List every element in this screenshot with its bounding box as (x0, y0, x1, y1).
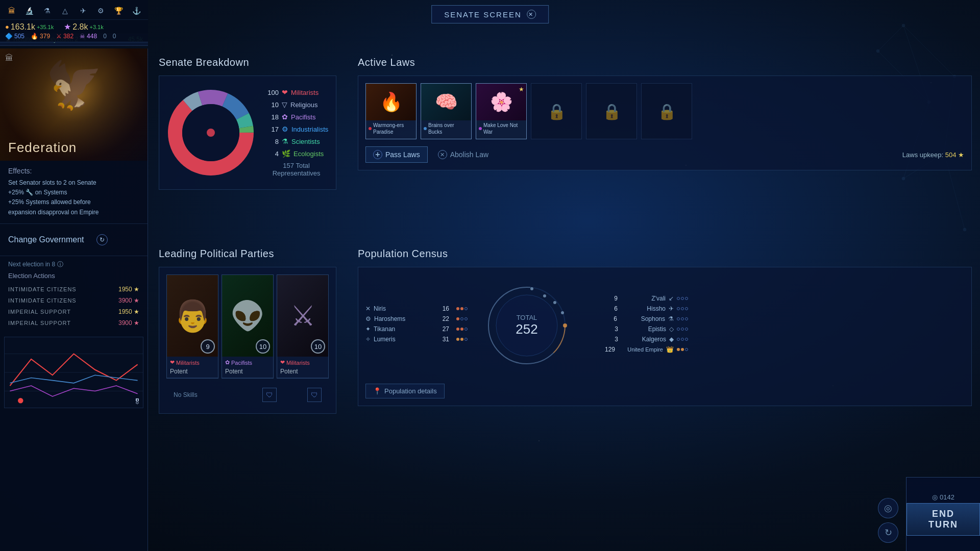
effect-systems1: +25% 🔧 on Systems (8, 188, 139, 197)
nav-icon-trophy[interactable]: 🏆 (112, 4, 125, 17)
census-left-species: ✕ Niris 16 ⚙ Haroshems 22 (365, 305, 468, 346)
census-content: ✕ Niris 16 ⚙ Haroshems 22 (365, 274, 964, 377)
leader-party-1: ❤ Militarists (167, 357, 218, 367)
leader-party-icon-1: ❤ (170, 359, 175, 366)
leader-portrait-3: ⚔ 10 (277, 275, 328, 357)
senate-breakdown-section: Senate Breakdown (151, 48, 345, 198)
party-industrialists: 17 ⚙ Industrialists (264, 125, 328, 133)
brains-icon: 🧠 (421, 84, 471, 120)
lock-icon-1: 🔒 (547, 103, 566, 120)
leading-parties-section: Leading Political Parties 👨 9 ❤ Militari… (151, 240, 345, 422)
credits-resource: ● 163.1k +35.1k (5, 22, 54, 32)
action-intimidate-2[interactable]: INTIMIDATE CITIZENS 3900 ★ (8, 295, 139, 306)
niris-dot-1 (456, 307, 459, 310)
ue-icon: 👑 (666, 346, 674, 353)
pass-laws-button[interactable]: + Pass Laws (365, 146, 428, 163)
law-locked-1: 🔒 (531, 83, 582, 139)
hissho-icon: ✈ (669, 305, 674, 312)
religious-label: Religious (290, 101, 317, 109)
party-religious: 10 ▽ Religious (264, 101, 328, 109)
compass-button-1[interactable]: ◎ (878, 498, 898, 518)
ue-name: United Empire (622, 346, 663, 353)
leader-party-icon-3: ❤ (280, 359, 285, 366)
sophons-dots (677, 317, 688, 320)
change-gov-refresh-icon: ↻ (96, 234, 108, 245)
tikanan-icon: ✦ (365, 325, 371, 333)
epistis-dot-1 (677, 328, 680, 331)
species-kalgeros: 3 Kalgeros ◆ (586, 336, 688, 343)
action-intimidate-1[interactable]: INTIMIDATE CITIZENS 1950 ★ (8, 284, 139, 295)
end-turn-button[interactable]: END TURN (906, 503, 980, 536)
nav-icon-research[interactable]: 🔬 (23, 4, 36, 17)
religious-icon: ▽ (282, 101, 287, 109)
ecologist-label: Ecologists (293, 150, 324, 158)
zvali-count: 9 (614, 295, 618, 302)
action-imperial-2[interactable]: IMPERIAL SUPPORT 3900 ★ (8, 317, 139, 329)
nav-icon-anchor[interactable]: ⚓ (130, 4, 143, 17)
sophons-icon: ⚗ (668, 315, 674, 322)
haroshems-dots (456, 317, 468, 320)
leading-parties-title: Leading Political Parties (159, 248, 336, 260)
lumeris-dots (456, 338, 468, 341)
leader-portrait-1: 👨 9 (167, 275, 218, 357)
laws-actions: + Pass Laws ✕ Abolish Law Laws upkeep: 5… (365, 146, 964, 163)
skill-icon-1[interactable]: 🛡 (262, 388, 277, 402)
close-button[interactable]: ✕ (527, 10, 536, 19)
law-card-makelove[interactable]: 🌸 ★ Make Love Not War (476, 83, 527, 139)
zvali-name: Z'vali (625, 295, 666, 302)
brains-name: Brains over Bucks (421, 120, 471, 137)
law-locked-2: 🔒 (586, 83, 637, 139)
hissho-name: Hissho (625, 305, 666, 312)
effects-label: Effects: (8, 167, 139, 175)
lumeris-count: 31 (443, 336, 449, 343)
parties-panel: 👨 9 ❤ Militarists Potent 👽 10 (159, 267, 336, 414)
svg-line-6 (878, 26, 903, 51)
lumeris-dot-1 (456, 338, 459, 341)
nav-icon-military[interactable]: △ (59, 4, 71, 17)
industrialist-label: Industrialists (291, 126, 328, 133)
compass-button-2[interactable]: ↻ (878, 522, 898, 543)
species-niris: ✕ Niris 16 (365, 305, 468, 312)
niris-icon: ✕ (365, 305, 371, 312)
election-chart: 🎖 (4, 337, 143, 408)
kalgeros-dot-2 (681, 338, 684, 341)
epistis-dots (677, 328, 688, 331)
stat-fire: 🔥379 (31, 33, 50, 40)
niris-name: Niris (374, 305, 414, 312)
nav-icon-industry[interactable]: ⚗ (41, 4, 54, 17)
leader-card-2[interactable]: 👽 10 ✿ Pacifists Potent (222, 274, 274, 379)
svg-point-27 (207, 129, 215, 137)
nav-icon-senate[interactable]: 🏛 (5, 4, 18, 17)
scientist-icon: ⚗ (282, 137, 288, 145)
militarist-label: Militarists (291, 89, 318, 96)
hissho-dot-1 (677, 307, 680, 310)
abolish-x-icon: ✕ (438, 150, 447, 159)
change-government-button[interactable]: Change Government ↻ (8, 229, 139, 251)
haroshems-name: Haroshems (374, 315, 415, 322)
niris-count: 16 (443, 305, 449, 312)
tikanan-name: Tikanan (374, 325, 414, 333)
species-haroshems: ⚙ Haroshems 22 (365, 315, 468, 322)
effect-systems2: +25% Systems allowed before (8, 197, 139, 207)
population-details-button[interactable]: 📍 Population details (365, 384, 445, 398)
niris-dots (456, 307, 468, 310)
svg-point-35 (530, 287, 533, 290)
skill-icon-2[interactable]: 🛡 (307, 388, 322, 402)
action-imperial-1[interactable]: IMPERIAL SUPPORT 1950 ★ (8, 306, 139, 317)
ue-count: 129 (605, 346, 615, 353)
census-right-species: 9 Z'vali ↙ 6 Hissho ✈ (586, 295, 688, 356)
senate-title-text: SENATE SCREEN (444, 10, 522, 19)
nav-icon-settings[interactable]: ⚙ (94, 4, 107, 17)
law-card-brains[interactable]: 🧠 Brains over Bucks (421, 83, 472, 139)
nav-icon-ships[interactable]: ✈ (77, 4, 89, 17)
law-card-warmongers[interactable]: 🔥 Warmong-ers Paradise (365, 83, 416, 139)
total-representatives: 157 Total Representatives (264, 162, 328, 177)
leader-card-3[interactable]: ⚔ 10 ❤ Militarists Potent (277, 274, 329, 379)
epistis-icon: ◇ (669, 325, 674, 333)
stat-zero2: 0 (113, 33, 116, 40)
tikanan-dot-3 (464, 328, 468, 331)
leader-rank-3: 10 (311, 339, 325, 354)
leader-card-1[interactable]: 👨 9 ❤ Militarists Potent (166, 274, 218, 379)
abolish-law-button[interactable]: ✕ Abolish Law (438, 150, 489, 159)
kalgeros-name: Kalgeros (625, 336, 666, 343)
